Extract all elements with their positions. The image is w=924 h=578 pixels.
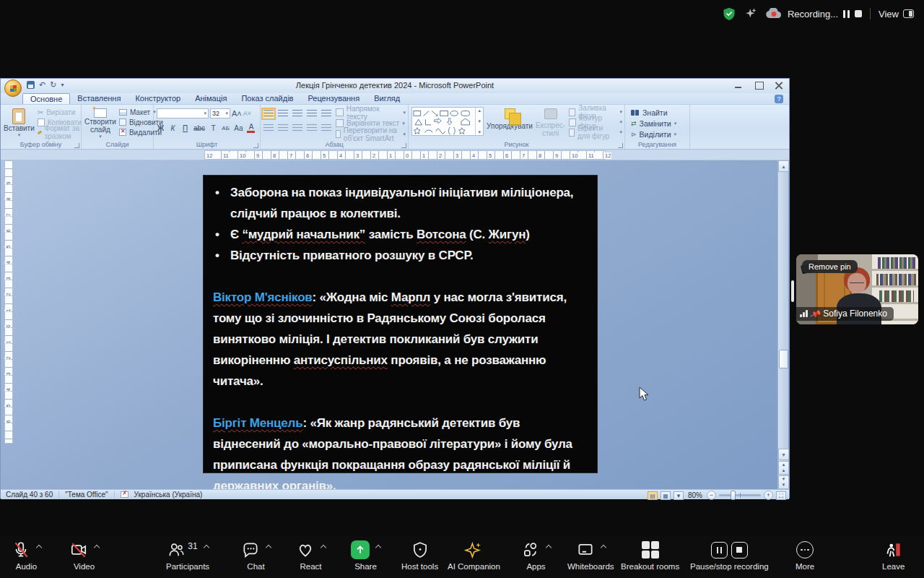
- new-slide-button[interactable]: Створити слайд ▾: [84, 107, 116, 139]
- whiteboards-button[interactable]: Whiteboards: [567, 538, 614, 571]
- whiteboards-options-caret[interactable]: [601, 545, 606, 551]
- next-slide-button[interactable]: ▼▼: [778, 475, 789, 489]
- format-painter-button[interactable]: Формат за зразком: [38, 127, 82, 137]
- tab-animatsiia[interactable]: Анімація: [188, 93, 234, 104]
- bullets-button[interactable]: [263, 110, 274, 118]
- remove-pin-button[interactable]: Remove pin: [802, 260, 858, 273]
- video-options-caret[interactable]: [94, 545, 100, 551]
- scroll-down-button[interactable]: ▼: [778, 449, 789, 460]
- minimize-button[interactable]: [734, 82, 743, 89]
- filmstrip-scrollbar[interactable]: [791, 280, 794, 302]
- tab-pokaz-slaidiv[interactable]: Показ слайдів: [234, 93, 300, 104]
- chat-options-caret[interactable]: [266, 545, 271, 551]
- participants-button[interactable]: 31 Participants: [166, 538, 209, 571]
- zoom-slider[interactable]: [719, 494, 761, 496]
- paste-button[interactable]: Вставити ▾: [4, 107, 35, 139]
- zoom-in-button[interactable]: +: [764, 491, 773, 500]
- fit-to-window-button[interactable]: ⛶: [776, 491, 786, 500]
- text-shadow-button[interactable]: Т: [209, 124, 217, 132]
- italic-button[interactable]: К: [169, 124, 177, 132]
- decrease-indent-button[interactable]: [292, 110, 302, 118]
- slide-sorter-button[interactable]: ▦: [661, 491, 671, 500]
- horizontal-ruler[interactable]: 1211109876543210123456789101112: [204, 150, 606, 160]
- share-button[interactable]: Share: [351, 538, 380, 571]
- audio-options-caret[interactable]: [36, 545, 42, 551]
- leave-button[interactable]: Leave: [882, 538, 905, 571]
- close-button[interactable]: [775, 82, 783, 89]
- quick-styles-button[interactable]: Експрес-стилі: [536, 107, 565, 139]
- align-center-button[interactable]: [278, 124, 288, 132]
- pinned-video-tile[interactable]: Remove pin 📌 Sofiya Filonenko: [796, 254, 918, 324]
- ai-companion-button[interactable]: AI Companion: [448, 538, 500, 571]
- dialog-launcher-icon[interactable]: [74, 143, 79, 148]
- security-shield-icon[interactable]: [722, 7, 736, 21]
- participants-options-caret[interactable]: [203, 545, 209, 551]
- strikethrough-button[interactable]: abc: [193, 124, 205, 132]
- previous-slide-button[interactable]: ▲▲: [778, 461, 789, 475]
- maximize-button[interactable]: [754, 82, 763, 89]
- shape-effects-button[interactable]: Ефекти для фігур▾: [569, 127, 622, 137]
- dialog-launcher-icon[interactable]: [401, 143, 406, 148]
- react-button[interactable]: React: [296, 538, 326, 571]
- numbering-button[interactable]: [278, 110, 288, 118]
- font-name-combobox[interactable]: ▾: [157, 108, 209, 118]
- stop-icon[interactable]: [731, 542, 748, 558]
- share-options-caret[interactable]: [375, 545, 381, 551]
- host-tools-button[interactable]: Host tools: [401, 538, 438, 571]
- pause-recording-icon[interactable]: [843, 10, 850, 18]
- slide-canvas[interactable]: 9876543210123456 • Заборона на показ інд…: [1, 160, 789, 489]
- font-color-button[interactable]: А: [247, 123, 255, 133]
- tab-vyhliad[interactable]: Вигляд: [367, 93, 407, 104]
- find-button[interactable]: Знайти: [631, 107, 687, 118]
- slideshow-button[interactable]: ▼: [674, 491, 684, 500]
- align-left-button[interactable]: [263, 124, 274, 132]
- text-direction-button[interactable]: Напрямок тексту▾: [336, 107, 406, 118]
- replace-button[interactable]: ⇄Замінити▾: [631, 118, 687, 129]
- tab-osnovne[interactable]: Основне: [22, 93, 70, 104]
- shapes-gallery[interactable]: ▲▼▼: [411, 107, 484, 136]
- align-right-button[interactable]: [292, 124, 302, 132]
- apps-button[interactable]: Apps: [521, 538, 551, 571]
- office-button[interactable]: [4, 79, 22, 97]
- change-case-button[interactable]: Аа: [234, 124, 243, 132]
- stop-recording-icon[interactable]: [855, 10, 862, 17]
- dialog-launcher-icon[interactable]: [618, 143, 623, 148]
- cut-button[interactable]: ✂Вирізати: [38, 107, 82, 117]
- grow-font-button[interactable]: А˄: [232, 109, 242, 118]
- character-spacing-button[interactable]: АБ: [222, 125, 230, 131]
- columns-button[interactable]: [321, 124, 331, 132]
- convert-smartart-button[interactable]: Перетворити на об'єкт SmartArt▾: [336, 129, 406, 139]
- slide-text-box[interactable]: • Заборона на показ індивідуальної ініці…: [203, 175, 598, 473]
- scroll-up-button[interactable]: ▲: [778, 160, 789, 172]
- shrink-font-button[interactable]: А˅: [243, 110, 251, 117]
- video-button[interactable]: Video: [69, 538, 99, 571]
- tab-konstruktor[interactable]: Конструктор: [128, 93, 188, 104]
- language-status[interactable]: Українська (Україна): [134, 491, 203, 499]
- spellcheck-icon[interactable]: [121, 491, 128, 498]
- help-icon[interactable]: ?: [775, 95, 783, 103]
- react-options-caret[interactable]: [321, 545, 326, 551]
- normal-view-button[interactable]: ▤: [648, 491, 658, 500]
- chat-button[interactable]: Chat: [241, 538, 271, 571]
- tab-retsenzuvannia[interactable]: Рецензування: [300, 93, 367, 104]
- shapes-scrollbar[interactable]: ▲▼▼: [475, 108, 483, 135]
- tab-vstavlennia[interactable]: Вставлення: [70, 93, 128, 104]
- increase-indent-button[interactable]: [307, 110, 317, 118]
- bold-button[interactable]: Ж: [157, 124, 165, 132]
- vertical-ruler[interactable]: 9876543210123456: [4, 160, 13, 444]
- select-button[interactable]: ⊳Виділити▾: [631, 129, 687, 139]
- view-button[interactable]: View: [879, 9, 914, 20]
- breakout-rooms-button[interactable]: Breakout rooms: [621, 538, 679, 571]
- scrollbar-thumb[interactable]: [779, 350, 788, 368]
- justify-button[interactable]: [307, 124, 317, 132]
- more-button[interactable]: More: [796, 538, 814, 571]
- zoom-slider-thumb[interactable]: [731, 491, 736, 500]
- underline-button[interactable]: П: [181, 124, 189, 132]
- dialog-launcher-icon[interactable]: [253, 143, 258, 148]
- arrange-button[interactable]: Упорядкувати: [487, 107, 532, 139]
- audio-button[interactable]: Audio: [12, 538, 41, 571]
- vertical-scrollbar[interactable]: ▲ ▼ ▲▲ ▼▼: [777, 160, 788, 489]
- pause-icon[interactable]: [711, 542, 728, 558]
- line-spacing-button[interactable]: [321, 110, 331, 118]
- font-size-combobox[interactable]: 32▾: [210, 108, 230, 118]
